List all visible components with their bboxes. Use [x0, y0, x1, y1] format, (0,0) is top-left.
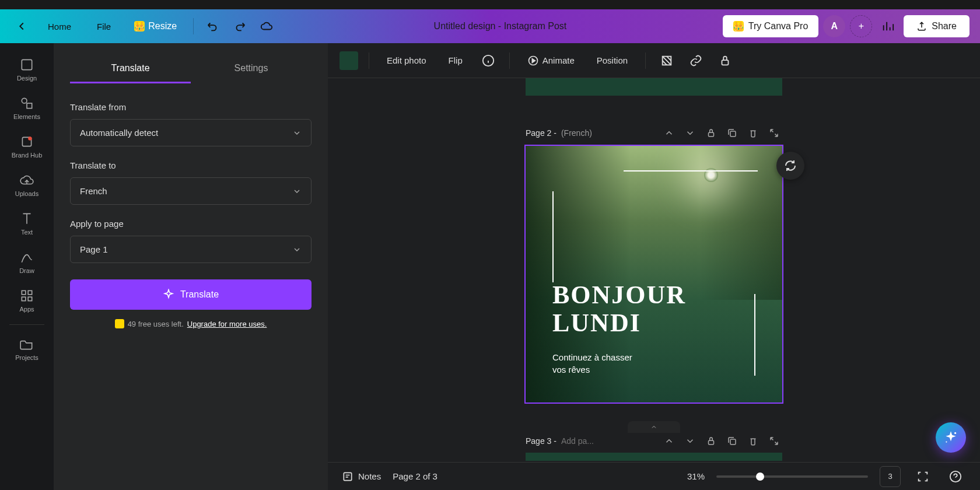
duplicate-icon[interactable] [724, 125, 740, 141]
rail-label: Brand Hub [12, 152, 43, 159]
decorative-line [754, 294, 755, 376]
select-value: French [80, 186, 107, 196]
share-button[interactable]: Share [904, 15, 970, 37]
translate-to-select[interactable]: French [70, 177, 312, 205]
rail-projects[interactable]: Projects [6, 330, 48, 368]
duplicate-icon[interactable] [724, 433, 740, 449]
lock-icon[interactable] [715, 50, 736, 71]
lock-icon[interactable] [703, 125, 719, 141]
undo-icon[interactable] [202, 15, 224, 37]
trash-icon[interactable] [745, 433, 761, 449]
zoom-thumb[interactable] [756, 473, 764, 481]
page-name-input[interactable] [561, 128, 608, 138]
resize-button[interactable]: 👑 Resize [126, 16, 185, 36]
zoom-slider[interactable] [716, 475, 868, 478]
context-bar: Edit photo Flip Animate Position [328, 43, 980, 78]
sub-text[interactable]: Continuez à chasser vos rêves [552, 351, 632, 376]
svg-rect-7 [22, 297, 26, 301]
page-name-input[interactable] [561, 436, 608, 446]
fullscreen-icon[interactable] [912, 466, 933, 487]
chevron-down-icon [292, 245, 302, 254]
flip-button[interactable]: Flip [442, 51, 470, 70]
rail-elements[interactable]: Elements [6, 89, 48, 127]
page-1-preview[interactable] [526, 78, 782, 96]
tab-translate[interactable]: Translate [70, 55, 191, 83]
try-pro-button[interactable]: 👑 Try Canva Pro [723, 15, 819, 37]
notes-label: Notes [358, 471, 381, 481]
svg-rect-6 [28, 290, 32, 295]
uses-remaining: 49 free uses left. Upgrade for more uses… [70, 319, 312, 328]
move-down-icon[interactable] [682, 433, 698, 449]
svg-point-4 [28, 136, 32, 141]
divider [9, 324, 44, 325]
svg-rect-17 [730, 131, 736, 136]
translate-from-select[interactable]: Automatically detect [70, 119, 312, 146]
move-down-icon[interactable] [682, 125, 698, 141]
link-icon[interactable] [685, 50, 706, 71]
select-value: Automatically detect [80, 128, 158, 138]
add-page-button[interactable] [628, 421, 680, 433]
page-3-preview[interactable] [526, 453, 782, 461]
upgrade-link[interactable]: Upgrade for more uses. [187, 320, 267, 328]
rail-apps[interactable]: Apps [6, 281, 48, 320]
try-pro-label: Try Canva Pro [748, 21, 808, 32]
document-title[interactable] [282, 21, 718, 32]
color-swatch[interactable] [340, 51, 358, 70]
svg-rect-18 [709, 440, 714, 444]
back-icon[interactable] [10, 15, 33, 37]
svg-point-21 [946, 442, 947, 443]
sub-line-1: Continuez à chasser [552, 351, 632, 363]
animate-button[interactable]: Animate [520, 50, 582, 71]
canvas-viewport[interactable]: Page 2 - BONJOU [328, 78, 980, 462]
tab-settings[interactable]: Settings [191, 55, 312, 83]
page-counter[interactable]: Page 2 of 3 [393, 471, 438, 481]
rail-label: Draw [19, 267, 34, 274]
rail-text[interactable]: Text [6, 204, 48, 243]
ai-assistant-button[interactable] [936, 422, 966, 453]
main-heading[interactable]: BONJOUR LUNDI [552, 281, 686, 338]
decorative-line [552, 191, 554, 282]
translate-button[interactable]: Translate [70, 279, 312, 310]
rail-brand-hub[interactable]: Brand Hub [6, 127, 48, 166]
home-link[interactable]: Home [37, 16, 82, 37]
edit-photo-button[interactable]: Edit photo [380, 51, 433, 70]
transparency-icon[interactable] [656, 50, 677, 71]
rail-design[interactable]: Design [6, 50, 48, 89]
sparkle-icon [943, 430, 958, 445]
zoom-percentage[interactable]: 31% [687, 471, 705, 481]
divider [193, 18, 194, 34]
resize-label: Resize [148, 21, 177, 32]
apply-to-page-select[interactable]: Page 1 [70, 236, 312, 263]
svg-rect-12 [722, 60, 729, 65]
grid-view-button[interactable]: 3 [880, 466, 901, 487]
cloud-sync-icon[interactable] [256, 15, 278, 37]
insights-icon[interactable] [877, 15, 899, 37]
rail-draw[interactable]: Draw [6, 243, 48, 281]
position-button[interactable]: Position [590, 51, 635, 70]
crown-icon: 👑 [733, 21, 744, 32]
lock-icon[interactable] [703, 433, 719, 449]
animate-icon [527, 55, 539, 66]
expand-icon[interactable] [766, 125, 782, 141]
expand-icon[interactable] [766, 433, 782, 449]
redo-icon[interactable] [229, 15, 251, 37]
svg-point-20 [954, 432, 956, 434]
info-icon[interactable] [478, 50, 499, 71]
uses-left-text: 49 free uses left. [128, 320, 184, 328]
move-up-icon[interactable] [661, 433, 677, 449]
page-2-canvas[interactable]: BONJOUR LUNDI Continuez à chasser vos rê… [524, 145, 783, 404]
sub-line-2: vos rêves [552, 363, 632, 376]
help-icon[interactable] [945, 466, 966, 487]
move-up-icon[interactable] [661, 125, 677, 141]
avatar[interactable]: A [823, 15, 845, 37]
refresh-button[interactable] [776, 152, 804, 180]
file-menu[interactable]: File [86, 16, 121, 37]
translate-from-label: Translate from [70, 102, 312, 112]
notes-button[interactable]: Notes [342, 471, 381, 482]
add-member-button[interactable]: + [850, 15, 872, 37]
trash-icon[interactable] [745, 125, 761, 141]
rail-label: Projects [15, 354, 38, 361]
share-label: Share [932, 21, 957, 32]
rail-uploads[interactable]: Uploads [6, 166, 48, 204]
chevron-down-icon [292, 128, 302, 138]
